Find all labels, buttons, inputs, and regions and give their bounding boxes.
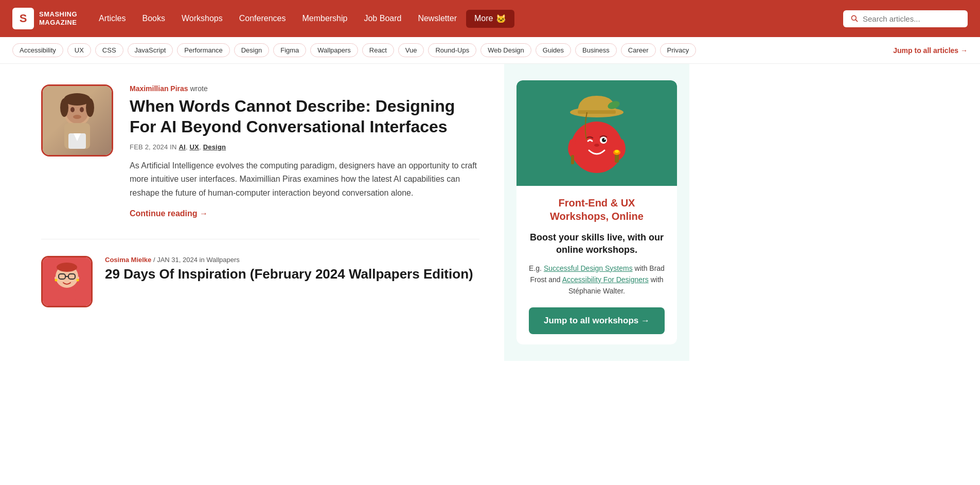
category-business[interactable]: Business [575, 43, 617, 57]
sidebar: Front-End & UX Workshops, Online Boost y… [504, 64, 689, 361]
logo[interactable]: S SMASHINGMAGAZINE [12, 8, 77, 29]
author2-line: Cosima Mielke / JAN 31, 2024 in Wallpape… [105, 256, 479, 264]
svg-point-9 [86, 98, 94, 117]
workshop-hero [516, 80, 677, 186]
workshop-link1[interactable]: Successful Design Systems [544, 264, 633, 272]
continue-reading-link[interactable]: Continue reading → [130, 209, 208, 218]
article-body: Maximillian Piras wrote When Words Canno… [130, 84, 479, 218]
article2-cat[interactable]: Wallpapers [206, 256, 240, 264]
svg-rect-23 [578, 110, 616, 114]
category-react[interactable]: React [362, 43, 394, 57]
svg-point-16 [55, 279, 58, 282]
nav-conferences[interactable]: Conferences [232, 10, 293, 27]
article-cat-ai[interactable]: AI [179, 143, 186, 151]
main-header: S SMASHINGMAGAZINE Articles Books Worksh… [0, 0, 980, 37]
article-title[interactable]: When Words Cannot Describe: Designing Fo… [130, 96, 479, 137]
article2-in: in [200, 256, 207, 264]
workshop-desc-prefix: E.g. [529, 264, 544, 272]
featured-article: Maximillian Piras wrote When Words Canno… [41, 84, 479, 218]
secondary-article: Cosima Mielke / JAN 31, 2024 in Wallpape… [41, 256, 479, 307]
nav-workshops[interactable]: Workshops [174, 10, 230, 27]
article-thumbnail[interactable] [41, 84, 113, 157]
author2-name[interactable]: Cosima Mielke [105, 256, 151, 264]
svg-point-4 [80, 107, 84, 112]
author-line: Maximillian Piras wrote [130, 84, 479, 93]
article-cat-ux[interactable]: UX [190, 143, 199, 151]
category-career[interactable]: Career [621, 43, 656, 57]
workshop-promo-title: Front-End & UX Workshops, Online [529, 196, 665, 223]
nav-articles[interactable]: Articles [92, 10, 133, 27]
jump-all-articles[interactable]: Jump to all articles → [893, 46, 968, 55]
more-icon: 🐱 [496, 14, 506, 24]
svg-point-17 [77, 279, 79, 282]
author-suffix: wrote [190, 84, 208, 93]
content-area: Maximillian Piras wrote When Words Canno… [0, 64, 504, 361]
category-guides[interactable]: Guides [536, 43, 571, 57]
author-avatar [43, 86, 112, 155]
main-container: Maximillian Piras wrote When Words Canno… [0, 64, 980, 361]
category-webdesign[interactable]: Web Design [480, 43, 531, 57]
svg-point-5 [73, 115, 81, 119]
workshop-promo: Front-End & UX Workshops, Online Boost y… [516, 80, 677, 344]
nav-jobboard[interactable]: Job Board [357, 10, 408, 27]
category-bar: Accessibility UX CSS JavaScript Performa… [0, 37, 980, 64]
article-in: in [170, 143, 179, 151]
nav-membership[interactable]: Membership [295, 10, 354, 27]
main-nav: Articles Books Workshops Conferences Mem… [92, 10, 839, 28]
more-label: More [474, 14, 493, 23]
article2-title[interactable]: 29 Days Of Inspiration (February 2024 Wa… [105, 266, 479, 283]
nav-books[interactable]: Books [135, 10, 172, 27]
article-meta: FEB 2, 2024 in AI, UX, Design [130, 143, 479, 151]
svg-point-32 [615, 150, 619, 153]
category-css[interactable]: CSS [95, 43, 123, 57]
article2-body: Cosima Mielke / JAN 31, 2024 in Wallpape… [105, 256, 479, 283]
workshop-mascot-svg [558, 91, 635, 176]
logo-icon: S [12, 8, 34, 29]
category-wallpapers[interactable]: Wallpapers [310, 43, 358, 57]
article-excerpt: As Artificial Intelligence evolves the c… [130, 159, 479, 200]
category-figma[interactable]: Figma [273, 43, 306, 57]
category-javascript[interactable]: JavaScript [128, 43, 173, 57]
category-vue[interactable]: Vue [398, 43, 424, 57]
author2-avatar [43, 257, 91, 306]
svg-rect-33 [571, 155, 574, 164]
svg-point-25 [571, 122, 622, 173]
workshop-promo-body: Front-End & UX Workshops, Online Boost y… [516, 186, 677, 344]
svg-point-8 [60, 98, 68, 117]
category-privacy[interactable]: Privacy [660, 43, 697, 57]
logo-text: SMASHINGMAGAZINE [39, 10, 77, 26]
search-box[interactable] [843, 10, 968, 27]
svg-point-29 [594, 144, 599, 147]
svg-rect-21 [58, 288, 76, 302]
nav-newsletter[interactable]: Newsletter [411, 10, 464, 27]
author-name[interactable]: Maximillian Piras [130, 84, 188, 93]
article-cat-design[interactable]: Design [203, 143, 226, 151]
nav-more[interactable]: More 🐱 [466, 10, 514, 28]
svg-point-3 [70, 107, 75, 112]
category-performance[interactable]: Performance [177, 43, 229, 57]
article2-date-val: JAN 31, 2024 [157, 256, 198, 264]
article-divider [41, 239, 479, 239]
category-roundups[interactable]: Round-Ups [428, 43, 476, 57]
article-date: FEB 2, 2024 [130, 143, 168, 151]
search-icon [850, 14, 859, 23]
article2-thumbnail[interactable] [41, 256, 93, 307]
workshop-desc: E.g. Successful Design Systems with Brad… [529, 263, 665, 297]
category-design[interactable]: Design [234, 43, 269, 57]
svg-point-13 [57, 263, 77, 272]
jump-all-workshops-button[interactable]: Jump to all workshops → [529, 307, 665, 334]
category-accessibility[interactable]: Accessibility [12, 43, 63, 57]
category-ux[interactable]: UX [67, 43, 91, 57]
search-input[interactable] [863, 14, 960, 23]
svg-point-28 [604, 138, 606, 140]
workshop-subtitle: Boost your skills live, with our online … [529, 231, 665, 256]
workshop-link2[interactable]: Accessibility For Designers [562, 275, 649, 284]
